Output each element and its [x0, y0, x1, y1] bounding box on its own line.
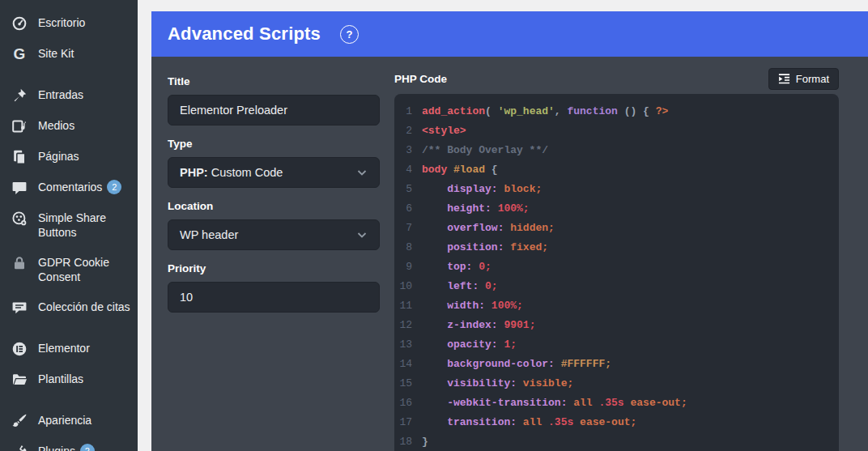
- title-input[interactable]: Elementor Preloader: [168, 95, 380, 126]
- code-line: 13 opacity: 1;: [394, 335, 839, 355]
- line-number: 18: [394, 432, 422, 451]
- code-line: 12 z-index: 9901;: [394, 316, 839, 335]
- advanced-scripts-panel: Advanced Scripts ? Title Elementor Prelo…: [151, 11, 868, 451]
- line-number: 5: [394, 180, 422, 199]
- code-line: 6 height: 100%;: [394, 199, 839, 219]
- plugin-header: Advanced Scripts ?: [151, 11, 868, 57]
- code-header-row: PHP Code Format: [394, 67, 839, 90]
- code-line: 8 position: fixed;: [394, 238, 839, 257]
- pin-icon: [11, 87, 28, 104]
- sidebar-item-label: Medios: [38, 118, 134, 133]
- title-label: Title: [168, 75, 380, 87]
- line-number: 1: [394, 102, 422, 121]
- sidebar-item-páginas[interactable]: Páginas: [0, 142, 138, 172]
- line-number: 10: [394, 277, 422, 296]
- code-line: 1add_action( 'wp_head', function () { ?>: [394, 102, 839, 121]
- code-line-content: }: [422, 432, 428, 451]
- sidebar-item-label: Páginas: [38, 149, 134, 164]
- sidebar-item-elementor[interactable]: Elementor: [0, 334, 138, 364]
- line-number: 16: [394, 394, 422, 413]
- share-icon: [11, 211, 28, 227]
- line-number: 13: [394, 335, 422, 355]
- sidebar-item-label: Plugins2: [38, 444, 134, 451]
- media-icon: [11, 118, 28, 134]
- sidebar-item-comentarios[interactable]: Comentarios2: [0, 172, 138, 203]
- line-number: 4: [394, 160, 422, 180]
- location-select[interactable]: WP header: [168, 219, 380, 250]
- sidebar-item-simple-share-buttons[interactable]: Simple Share Buttons: [0, 203, 138, 248]
- code-line: 14 background-color: #FFFFFF;: [394, 355, 839, 374]
- line-number: 9: [394, 257, 422, 277]
- quotes-icon: [11, 300, 28, 316]
- code-line-content: <style>: [422, 121, 466, 141]
- line-number: 11: [394, 296, 422, 316]
- sidebar-item-gdpr-cookie-consent[interactable]: GDPR Cookie Consent: [0, 248, 138, 292]
- code-line: 2<style>: [394, 121, 839, 141]
- code-line: 18}: [394, 432, 839, 451]
- line-number: 7: [394, 219, 422, 238]
- code-line-content: height: 100%;: [422, 199, 530, 219]
- sidebar-item-label: Comentarios2: [38, 180, 134, 195]
- priority-input[interactable]: 10: [168, 282, 380, 313]
- code-line-content: transition: all .35s ease-out;: [422, 413, 636, 432]
- code-line-content: overflow: hidden;: [422, 219, 555, 238]
- format-indent-icon: [778, 73, 790, 85]
- folder-icon: [11, 372, 28, 388]
- page-title: Advanced Scripts: [168, 23, 321, 45]
- sidebar-item-label: Elementor: [38, 341, 134, 355]
- priority-value: 10: [180, 291, 193, 304]
- script-settings-form: Title Elementor Preloader Type PHP: Cust…: [168, 67, 380, 451]
- sidebar-item-label: Colección de citas: [38, 300, 134, 314]
- format-button[interactable]: Format: [768, 68, 839, 90]
- plugin-icon: [11, 444, 28, 451]
- admin-content-area: Advanced Scripts ? Title Elementor Prelo…: [138, 0, 868, 451]
- code-section: PHP Code Format 1add_action( 'wp_head', …: [394, 67, 839, 451]
- sidebar-item-apariencia[interactable]: Apariencia: [0, 406, 138, 436]
- code-line: 9 top: 0;: [394, 257, 839, 277]
- code-line-content: -webkit-transition: all .35s ease-out;: [422, 394, 687, 413]
- sidebar-item-medios[interactable]: Medios: [0, 111, 138, 142]
- count-badge: 2: [107, 180, 121, 194]
- sidebar-item-label: Plantillas: [38, 372, 134, 386]
- sidebar-item-escritorio[interactable]: Escritorio: [0, 8, 138, 39]
- line-number: 12: [394, 316, 422, 335]
- line-number: 2: [394, 121, 422, 141]
- brush-icon: [11, 413, 28, 429]
- sidebar-item-site-kit[interactable]: GSite Kit: [0, 39, 138, 70]
- chevron-down-icon: [356, 167, 368, 178]
- code-line-content: position: fixed;: [422, 238, 548, 257]
- title-value: Elementor Preloader: [180, 104, 287, 117]
- comments-icon: [11, 180, 28, 196]
- panel-body: Title Elementor Preloader Type PHP: Cust…: [151, 57, 868, 451]
- code-line: 7 overflow: hidden;: [394, 219, 839, 238]
- sidebar-item-label: Simple Share Buttons: [38, 211, 134, 240]
- code-line: 5 display: block;: [394, 180, 839, 199]
- pages-icon: [11, 149, 28, 165]
- code-line: 15 visibility: visible;: [394, 374, 839, 394]
- code-line-content: body #load {: [422, 160, 498, 180]
- sidebar-item-label: Escritorio: [38, 15, 134, 30]
- type-select[interactable]: PHP: Custom Code: [168, 157, 380, 188]
- sidebar-item-plugins[interactable]: Plugins2: [0, 436, 138, 451]
- line-number: 17: [394, 413, 422, 432]
- admin-sidebar: EscritorioGSite KitEntradasMediosPáginas…: [0, 0, 138, 451]
- sidebar-item-label: Entradas: [38, 87, 134, 102]
- location-value: WP header: [180, 228, 238, 241]
- dashboard-icon: [11, 15, 28, 32]
- sidebar-item-label: GDPR Cookie Consent: [38, 255, 134, 285]
- sidebar-item-label: Site Kit: [38, 46, 134, 61]
- line-number: 3: [394, 141, 422, 160]
- type-label: Type: [168, 138, 380, 150]
- chevron-down-icon: [356, 229, 368, 240]
- code-line-content: z-index: 9901;: [422, 316, 535, 335]
- php-code-editor[interactable]: 1add_action( 'wp_head', function () { ?>…: [394, 94, 839, 451]
- line-number: 15: [394, 374, 422, 394]
- code-line-content: background-color: #FFFFFF;: [422, 355, 611, 374]
- sidebar-item-colección-de-citas[interactable]: Colección de citas: [0, 292, 138, 323]
- sidebar-item-entradas[interactable]: Entradas: [0, 80, 138, 111]
- code-line: 17 transition: all .35s ease-out;: [394, 413, 839, 432]
- help-icon[interactable]: ?: [340, 25, 359, 44]
- code-line: 4body #load {: [394, 160, 839, 180]
- elementor-icon: [11, 341, 28, 357]
- sidebar-item-plantillas[interactable]: Plantillas: [0, 364, 138, 395]
